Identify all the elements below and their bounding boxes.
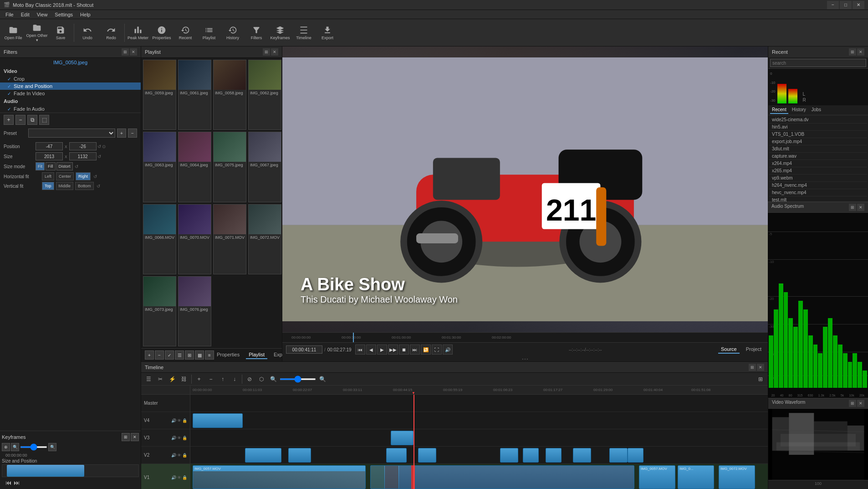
kf-float-button[interactable]: ⊞	[122, 433, 130, 441]
tl-remove-track[interactable]: −	[205, 374, 216, 385]
peak-meter-button[interactable]: Peak Meter	[127, 21, 149, 45]
transport-play-back[interactable]: ◀	[366, 345, 376, 355]
playlist-item[interactable]: IMG_0070.MOV	[178, 204, 211, 274]
v3-audio[interactable]: 🔊	[171, 436, 176, 440]
v2-clip-9[interactable]	[609, 448, 628, 463]
recent-item-10[interactable]: hevc_nvenc.mp4	[769, 189, 867, 196]
playlist-item[interactable]: IMG_0076.jpeg	[178, 276, 211, 346]
open-other-button[interactable]: Open Other ▾	[26, 21, 48, 45]
recent-item-4[interactable]: 3dlut.mlt	[769, 145, 867, 153]
undo-button[interactable]: Undo	[76, 21, 99, 45]
filter-size-position[interactable]: ✓ Size and Position	[0, 82, 141, 90]
tl-zoom-fit[interactable]: ⊞	[755, 374, 766, 385]
paste-filter-button[interactable]: ⬚	[39, 115, 49, 125]
filters-close-button[interactable]: ✕	[130, 48, 137, 56]
menu-edit[interactable]: Edit	[17, 11, 33, 18]
halign-left[interactable]: Left	[42, 172, 54, 180]
open-file-button[interactable]: Open File	[2, 21, 25, 45]
transport-volume[interactable]: 🔊	[443, 345, 453, 355]
recent-item-1[interactable]: hin5.avi	[769, 124, 867, 131]
recent-item-9[interactable]: h264_nvenc.mp4	[769, 182, 867, 189]
v2-clip-1[interactable]	[245, 448, 281, 463]
v1-clip-1[interactable]: IMG_0057.MOV	[193, 465, 366, 489]
project-tab[interactable]: Project	[743, 345, 764, 354]
v2-audio[interactable]: 🔊	[171, 453, 176, 458]
position-animate[interactable]: ⊙	[102, 144, 106, 149]
recent-item-6[interactable]: x264.mp4	[769, 160, 867, 167]
vw-close[interactable]: ✕	[857, 400, 864, 407]
playlist-button[interactable]: Playlist	[198, 21, 220, 45]
v3-eye[interactable]: 👁	[177, 436, 181, 440]
size-mode-reset[interactable]: ↺	[75, 164, 78, 169]
preset-remove-button[interactable]: −	[128, 129, 137, 138]
filter-fade-in-video[interactable]: ✓ Fade In Video	[0, 90, 141, 97]
playlist-item[interactable]: IMG_0071.MOV	[213, 204, 246, 274]
spectrum-float[interactable]: ⊞	[849, 204, 856, 211]
playlist-item[interactable]: IMG_0058.jpeg	[213, 60, 246, 130]
tl-zoom-in[interactable]: 🔍	[317, 374, 328, 385]
pl-tab-properties[interactable]: Properties	[214, 351, 242, 359]
playlist-item[interactable]: IMG_0072.MOV	[248, 204, 281, 274]
v4-eye[interactable]: 👁	[177, 418, 181, 423]
kf-zoom-in[interactable]: 🔍	[48, 443, 56, 451]
menu-view[interactable]: View	[33, 11, 51, 18]
menu-file[interactable]: File	[2, 11, 17, 18]
pl-tab-playlist[interactable]: Playlist	[246, 351, 267, 359]
playlist-item[interactable]: IMG_0063.jpeg	[143, 132, 176, 202]
v2-clip-2[interactable]	[288, 448, 311, 463]
redo-button[interactable]: Redo	[100, 21, 123, 45]
recent-button[interactable]: Recent	[174, 21, 197, 45]
transport-play[interactable]: ▶	[377, 345, 387, 355]
timecode-current-input[interactable]	[286, 345, 322, 354]
recent-item-8[interactable]: vp9.webm	[769, 175, 867, 182]
minimize-button[interactable]: −	[827, 1, 839, 9]
size-reset[interactable]: ↺	[97, 154, 101, 159]
timeline-float-button[interactable]: ⊞	[749, 364, 756, 371]
recent-float-button[interactable]: ⊞	[849, 48, 856, 56]
v1-clip-3[interactable]: IMG_0057.MOV	[639, 465, 675, 489]
source-tab[interactable]: Source	[718, 345, 740, 354]
kf-close-button[interactable]: ✕	[131, 433, 139, 441]
size-h-input[interactable]	[69, 152, 97, 160]
v1-clip-2[interactable]	[370, 465, 634, 489]
position-x-input[interactable]	[36, 142, 63, 150]
copy-filter-button[interactable]: ⧉	[27, 115, 37, 125]
halign-center[interactable]: Center	[56, 172, 74, 180]
tl-zoom-slider[interactable]	[280, 378, 316, 380]
maximize-button[interactable]: □	[840, 1, 852, 9]
playlist-item[interactable]: IMG_0059.jpeg	[143, 60, 176, 130]
history-button[interactable]: History	[221, 21, 244, 45]
transport-skip-end[interactable]: ⏭	[410, 345, 420, 355]
preset-select[interactable]	[28, 129, 115, 138]
filter-fade-in-audio[interactable]: ✓ Fade In Audio	[0, 105, 141, 113]
filter-crop[interactable]: ✓ Crop	[0, 75, 141, 82]
v1-audio[interactable]: 🔊	[171, 475, 176, 480]
menu-help[interactable]: Help	[77, 11, 94, 18]
tl-ripple[interactable]: ⛓	[179, 374, 189, 385]
timeline-close-button[interactable]: ✕	[757, 364, 764, 371]
v3-lock[interactable]: 🔒	[182, 436, 187, 440]
tl-zoom-out[interactable]: 🔍	[268, 374, 279, 385]
v2-clip-3[interactable]	[386, 448, 407, 463]
v2-clip-7[interactable]	[546, 448, 562, 463]
playlist-item[interactable]: IMG_0066.MOV	[143, 204, 176, 274]
rp-tab-history[interactable]: History	[790, 106, 808, 114]
playlist-ok-button[interactable]: ✓	[165, 350, 174, 360]
valign-top[interactable]: Top	[42, 182, 54, 190]
preview-timeline-bar[interactable]: 00:00:00:00 00:00:30:00 00:01:00:00 00:0…	[282, 332, 768, 342]
halign-right[interactable]: Right	[76, 172, 91, 180]
playlist-float-button[interactable]: ⊞	[263, 48, 270, 56]
rp-tab-jobs[interactable]: Jobs	[810, 106, 823, 114]
playlist-remove-button[interactable]: −	[155, 350, 164, 360]
v1-clip-4[interactable]: IMG_0...	[678, 465, 714, 489]
playlist-grid-view[interactable]: ⊞	[185, 350, 194, 360]
preset-add-button[interactable]: +	[117, 129, 126, 138]
v1-eye[interactable]: 👁	[177, 475, 181, 480]
v2-lock[interactable]: 🔒	[182, 453, 187, 458]
recent-item-7[interactable]: x265.mp4	[769, 167, 867, 175]
playlist-view3[interactable]: ▦	[195, 350, 204, 360]
v1-lock[interactable]: 🔒	[182, 475, 187, 480]
tl-scrub[interactable]: ✂	[155, 374, 166, 385]
playlist-add-button[interactable]: +	[145, 350, 154, 360]
valign-middle[interactable]: Middle	[56, 182, 74, 190]
